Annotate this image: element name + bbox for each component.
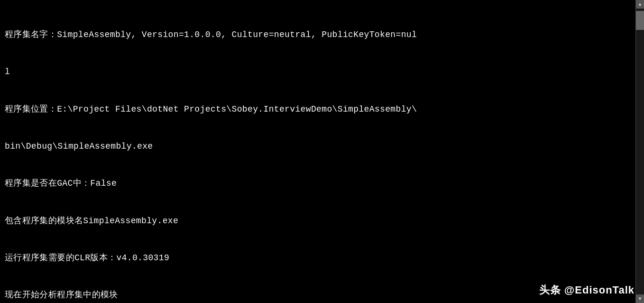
- terminal-line-2: 程序集位置：E:\Project Files\dotNet Projects\S…: [5, 103, 631, 115]
- scrollbar-down-arrow[interactable]: ▼: [636, 294, 644, 303]
- terminal-line-1: l: [5, 66, 631, 78]
- terminal-line-0: 程序集名字：SimpleAssembly, Version=1.0.0.0, C…: [5, 28, 631, 41]
- scrollbar-up-arrow[interactable]: ▲: [636, 0, 644, 9]
- watermark: 头条 @EdisonTalk: [539, 283, 635, 297]
- terminal-window: 程序集名字：SimpleAssembly, Version=1.0.0.0, C…: [0, 0, 644, 303]
- terminal-line-3: bin\Debug\SimpleAssembly.exe: [5, 140, 631, 152]
- terminal-line-7: 现在开始分析程序集中的模块: [5, 289, 631, 301]
- scrollbar-thumb[interactable]: [636, 11, 644, 30]
- scrollbar[interactable]: ▲ ▼: [635, 0, 644, 303]
- scrollbar-track[interactable]: [636, 9, 644, 294]
- terminal-output: 程序集名字：SimpleAssembly, Version=1.0.0.0, C…: [0, 0, 635, 303]
- terminal-line-5: 包含程序集的模块名SimpleAssembly.exe: [5, 215, 631, 227]
- terminal-line-6: 运行程序集需要的CLR版本：v4.0.30319: [5, 252, 631, 264]
- terminal-line-4: 程序集是否在GAC中：False: [5, 177, 631, 189]
